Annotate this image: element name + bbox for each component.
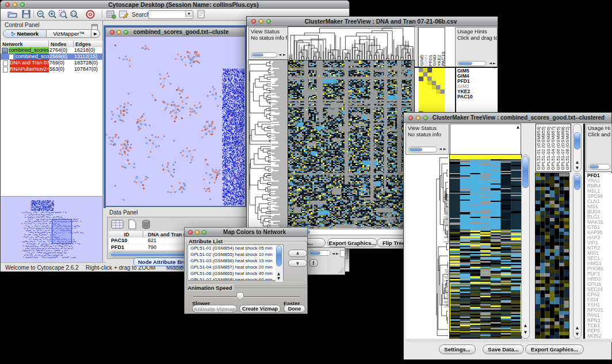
tv2-zoom-scrollbar[interactable]: ▲▼ [573,173,582,339]
col-nodes[interactable]: Nodes [49,41,74,47]
scrollbar-thumb[interactable] [522,156,529,188]
attribute-list-item[interactable]: GPL51-03 (GSM856) heat shock 15 min [188,258,283,264]
close-button[interactable] [408,116,413,120]
move-down-button[interactable]: ∨ [288,259,307,267]
tab-network[interactable]: Network [3,29,47,38]
network-list-row[interactable]: DNA and Tran 07769(0)183728(0) [1,60,102,66]
scroll-arrow-icon[interactable]: ▼ [576,332,579,336]
minimize-button[interactable] [416,116,420,120]
fragment-f-button[interactable]: f [309,259,318,267]
animate-vizmap-button[interactable]: Animate Vizmap [192,305,237,313]
tv1-heatmap[interactable] [288,60,414,228]
notes-icon[interactable] [197,10,206,21]
tv2-vscrollbar[interactable]: ▲▼ [521,155,530,339]
tv2-gene-label[interactable]: MON2 [586,334,612,339]
attribute-list-item[interactable]: GPL51-01 (GSM854) heat shock 05 min [188,245,283,251]
zoom-in-icon[interactable] [48,10,57,21]
scrollbar-thumb[interactable] [252,53,263,56]
zoom-button[interactable] [124,30,128,35]
scroll-arrow-icon[interactable]: ▲ [277,272,280,276]
tv2-array-label[interactable]: GPL51-08 (GSM872) [565,127,570,170]
scroll-arrow-icon[interactable]: ► [283,53,286,57]
tv1-mini-heatmap[interactable] [419,68,445,113]
treeview-combined-titlebar[interactable]: ClusterMaker TreeView : combined_scores_… [404,113,611,123]
zoom-fit-icon[interactable]: 1:1 [70,10,79,21]
close-button[interactable] [110,30,114,35]
scroll-arrow-icon[interactable]: ▲ [576,326,579,330]
col-network[interactable]: Network [1,41,49,47]
zoom-button[interactable] [266,19,271,24]
map-dialog-titlebar[interactable]: Map Colors to Network [185,228,307,237]
scroll-arrow-icon[interactable]: ► [336,252,339,256]
birdseye-viewport[interactable] [52,219,72,244]
minimize-button[interactable] [13,2,17,7]
tv2-usage-scrollbar[interactable] [588,164,610,170]
scrollbar-thumb[interactable] [590,165,599,168]
minimize-button[interactable] [259,19,263,24]
tv2-save-data-button[interactable]: Save Data... [483,344,524,354]
tv2-export-graphics-button[interactable]: Export Graphics... [525,344,584,354]
attribute-list-item[interactable]: GPL51-06 (GSM865) heat shock 40 min [188,270,283,277]
scroll-arrow-icon[interactable]: ◄ [332,252,335,256]
animation-slider-thumb[interactable] [236,292,244,301]
birdseye-panel[interactable] [1,196,102,262]
search-input[interactable]: ▼ [148,10,193,19]
tv2-array-labels[interactable]: GPL51-01 (GSM854)GPL51-02 (GSM855)GPL51-… [536,124,571,172]
tab-vizmapper[interactable]: VizMapper™ [47,29,91,38]
close-button[interactable] [5,2,10,7]
scroll-arrow-icon[interactable]: ▼ [524,331,527,335]
fragment-hscrollbar[interactable] [309,250,331,256]
tv1-column-dendrogram[interactable] [288,27,414,60]
scrollbar-thumb[interactable] [574,132,580,150]
annotation-icon[interactable] [119,10,129,21]
tv1-status-scrollbar[interactable] [251,52,277,58]
attribute-list[interactable]: GPL51-01 (GSM854) heat shock 05 minGPL51… [188,244,284,281]
scroll-arrow-icon[interactable]: ◄ [489,62,492,66]
scroll-arrow-icon[interactable]: ▲ [576,160,579,164]
network-list-row[interactable]: combined_scores2764(0)16218(0) [1,47,102,53]
move-up-button[interactable]: ∧ [288,250,307,257]
scroll-arrow-icon[interactable]: ▼ [576,166,579,170]
scrollbar-thumb[interactable] [410,148,422,151]
minimize-button[interactable] [117,30,121,35]
scroll-arrow-icon[interactable]: ► [443,147,446,151]
scrollbar-thumb[interactable] [574,175,580,190]
cytoscape-titlebar[interactable]: Cytoscape Desktop (Session Name: collins… [1,1,349,9]
scroll-arrow-icon[interactable]: ▲ [524,324,527,328]
zoom-out-icon[interactable] [36,10,45,21]
tv2-heatmap[interactable] [450,155,521,339]
zoom-button[interactable] [202,230,206,235]
tv2-zoom-heatmap[interactable] [536,173,569,339]
scroll-arrow-icon[interactable]: ▲ [517,125,519,129]
tv1-column-labels[interactable]: GIM5GIM4PFD1GIM3YKE2PAC10 [418,27,445,68]
scrollbar-thumb[interactable] [310,251,320,255]
scroll-arrow-icon[interactable]: ► [493,62,496,66]
attribute-list-item[interactable]: GPL51-04 (GSM857) heat shock 20 min [188,264,283,270]
scroll-arrow-icon[interactable]: ◄ [278,53,281,57]
zoom-button[interactable] [20,2,25,7]
search-dropdown-arrow[interactable]: ▼ [185,11,192,17]
network-list-row[interactable]: RNAPuberNov2+|563(0)107847(0) [1,66,102,72]
open-session-icon[interactable] [7,10,17,21]
tv2-status-scrollbar[interactable] [408,147,437,152]
new-attribute-icon[interactable] [127,219,137,232]
delete-attribute-icon[interactable] [141,219,151,232]
close-button[interactable] [188,230,193,235]
tv2-gene-list[interactable]: PFD1YRA1RNR4MSL1SPC98CLN1NIS1BUD4ELG1MAK… [586,173,612,339]
tv2-array-label[interactable]: GPL51-04 (GSM857) [551,127,556,170]
minimize-button[interactable] [195,230,200,235]
zoom-selected-icon[interactable] [59,10,68,21]
create-vizmap-button[interactable]: Create Vizmap [239,305,281,313]
plugin-grid-icon[interactable] [106,10,116,21]
treeview-dna-titlebar[interactable]: ClusterMaker TreeView : DNA and Tran 07-… [247,17,498,26]
attribute-list-item[interactable]: GPL51-07 (GSM868) heat shock 60 min [188,277,283,281]
resize-grip[interactable] [337,267,344,274]
col-edges[interactable]: Edges [74,41,103,47]
data-col-id[interactable]: ID [109,231,143,237]
tv1-usage-scrollbar[interactable] [457,61,486,66]
attribute-list-item[interactable]: GPL51-02 (GSM855) heat shock 10 min [188,251,283,258]
tv1-gene-label[interactable]: PAC10 [457,94,498,99]
help-lifering-icon[interactable] [86,10,95,21]
animation-slider-track[interactable] [193,296,300,298]
network-canvas-area[interactable] [106,37,245,206]
